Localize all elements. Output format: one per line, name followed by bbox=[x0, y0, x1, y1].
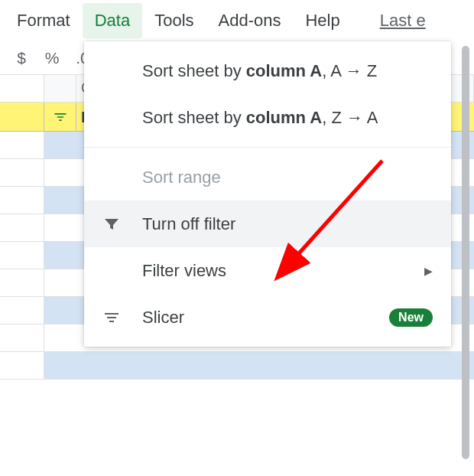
menu-format[interactable]: Format bbox=[5, 3, 83, 38]
last-edit-link[interactable]: Last e bbox=[368, 3, 438, 38]
menu-sort-sheet-az-label: Sort sheet by column A, A → Z bbox=[142, 58, 433, 83]
filter-icon bbox=[53, 109, 68, 125]
menu-turn-off-filter[interactable]: Turn off filter bbox=[84, 201, 451, 247]
row-header[interactable] bbox=[0, 187, 44, 214]
slicer-icon bbox=[102, 308, 142, 327]
dropdown-scrollbar[interactable] bbox=[462, 46, 469, 459]
filter-button-col-b[interactable] bbox=[44, 103, 76, 131]
menubar: Format Data Tools Add-ons Help Last e bbox=[0, 0, 474, 41]
select-all-cell[interactable] bbox=[0, 75, 44, 102]
menu-sort-sheet-za-label: Sort sheet by column A, Z → A bbox=[142, 105, 433, 130]
menu-data[interactable]: Data bbox=[83, 3, 142, 38]
menu-slicer-label: Slicer bbox=[142, 305, 389, 330]
data-menu-dropdown: Sort sheet by column A, A → Z Sort sheet… bbox=[84, 41, 451, 347]
menu-sort-range-label: Sort range bbox=[142, 165, 433, 190]
menu-addons[interactable]: Add-ons bbox=[206, 3, 294, 38]
menu-slicer[interactable]: Slicer New bbox=[84, 294, 451, 341]
toolbar-currency[interactable]: $ bbox=[6, 49, 37, 67]
row-header[interactable] bbox=[0, 352, 44, 379]
row-header[interactable] bbox=[0, 269, 44, 296]
row-header[interactable] bbox=[0, 297, 44, 324]
toolbar-percent[interactable]: % bbox=[37, 49, 67, 67]
row-header[interactable] bbox=[0, 242, 44, 269]
menu-filter-views-label: Filter views bbox=[142, 258, 424, 283]
row-header[interactable] bbox=[0, 324, 44, 351]
row-header[interactable] bbox=[0, 214, 44, 241]
menu-sort-sheet-az[interactable]: Sort sheet by column A, A → Z bbox=[84, 47, 451, 94]
submenu-arrow-icon: ▶ bbox=[424, 265, 433, 277]
menu-filter-views[interactable]: Filter views ▶ bbox=[84, 247, 451, 294]
row-header[interactable] bbox=[0, 132, 44, 158]
menu-sort-sheet-za[interactable]: Sort sheet by column A, Z → A bbox=[84, 94, 451, 141]
menu-turn-off-filter-label: Turn off filter bbox=[142, 211, 433, 236]
filter-funnel-icon bbox=[102, 215, 142, 233]
menu-sort-range: Sort range bbox=[84, 154, 451, 201]
menu-divider bbox=[84, 147, 451, 148]
cell[interactable] bbox=[44, 352, 474, 379]
row-header[interactable] bbox=[0, 159, 44, 186]
new-badge: New bbox=[389, 308, 433, 327]
column-header-b[interactable] bbox=[44, 75, 76, 102]
filter-row-header[interactable] bbox=[0, 103, 44, 131]
menu-tools[interactable]: Tools bbox=[142, 3, 206, 38]
menu-help[interactable]: Help bbox=[293, 3, 352, 38]
